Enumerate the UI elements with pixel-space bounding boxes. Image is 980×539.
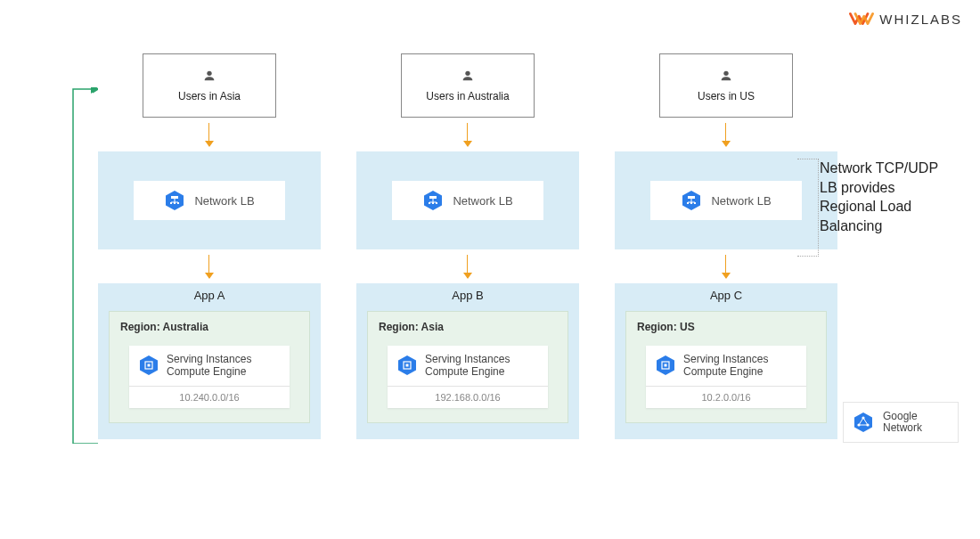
annotation-bracket (797, 159, 819, 257)
app-container: App A Region: Australia Serving Instance… (98, 283, 321, 439)
region-label: Region: US (637, 321, 815, 333)
users-box: Users in US (659, 53, 793, 118)
brand-mark-icon (849, 11, 874, 27)
svg-point-12 (465, 71, 470, 76)
feedback-arrow (71, 87, 98, 444)
arrow-icon (725, 255, 727, 278)
app-container: App B Region: Asia Serving Instances Com… (356, 283, 579, 439)
serving-line2: Compute Engine (683, 365, 763, 378)
users-box: Users in Asia (143, 53, 276, 118)
svg-rect-25 (688, 196, 695, 199)
google-network-icon (853, 412, 874, 433)
compute-engine-icon (138, 355, 159, 376)
arrow-icon (208, 123, 210, 146)
region-box: Region: US Serving Instances Compute Eng… (625, 311, 827, 423)
users-label: Users in Asia (178, 90, 241, 102)
svg-marker-34 (854, 412, 872, 432)
compute-engine-icon (655, 355, 676, 376)
column-australia: Users in Australia Network LB App B Regi… (356, 53, 579, 439)
column-asia: Users in Asia Network LB App A Region: A… (98, 53, 321, 439)
app-container: App C Region: US Serving Instances Compu… (615, 283, 837, 439)
app-title: App A (109, 289, 310, 302)
svg-rect-14 (429, 196, 437, 199)
arrow-icon (467, 255, 469, 278)
serving-line1: Serving Instances (425, 353, 510, 365)
serving-line1: Serving Instances (683, 353, 768, 365)
lb-container: Network LB (356, 151, 579, 249)
svg-rect-22 (406, 364, 409, 367)
region-box: Region: Australia Serving Instances Comp… (109, 311, 310, 423)
app-title: App C (625, 289, 827, 302)
region-label: Region: Asia (379, 321, 557, 333)
lb-label: Network LB (453, 194, 512, 208)
svg-rect-33 (665, 364, 667, 367)
ip-range: 192.168.0.0/16 (388, 386, 548, 408)
diagram-columns: Users in Asia Network LB App A Region: A… (98, 53, 837, 439)
network-lb-box: Network LB (392, 181, 543, 220)
ip-range: 10.2.0.0/16 (646, 386, 806, 408)
region-label: Region: Australia (120, 321, 298, 333)
legend-label: Google Network (883, 411, 949, 434)
load-balancer-icon (422, 190, 444, 211)
svg-rect-3 (171, 196, 178, 199)
lb-container: Network LB (98, 151, 321, 249)
load-balancer-icon (164, 190, 185, 211)
arrow-icon (208, 255, 210, 278)
network-lb-box: Network LB (650, 181, 802, 220)
legend-google-network: Google Network (843, 402, 959, 443)
region-box: Region: Asia Serving Instances Compute E… (367, 311, 568, 423)
users-label: Users in US (698, 90, 755, 102)
serving-instances-box: Serving Instances Compute Engine 192.168… (388, 346, 548, 408)
users-box: Users in Australia (401, 53, 535, 118)
serving-instances-box: Serving Instances Compute Engine 10.2.0.… (646, 346, 806, 408)
annotation-text: Network TCP/UDP LB provides Regional Loa… (820, 159, 953, 235)
load-balancer-icon (681, 190, 702, 211)
user-icon (719, 69, 733, 86)
svg-point-1 (207, 71, 211, 76)
users-label: Users in Australia (426, 90, 509, 102)
arrow-icon (725, 123, 727, 146)
brand-name: WHIZLABS (879, 12, 962, 27)
serving-line2: Compute Engine (167, 365, 246, 378)
svg-point-23 (723, 71, 728, 76)
serving-instances-box: Serving Instances Compute Engine 10.240.… (129, 346, 290, 408)
lb-label: Network LB (194, 194, 254, 208)
svg-rect-11 (148, 364, 151, 367)
app-title: App B (367, 289, 568, 302)
ip-range: 10.240.0.0/16 (129, 386, 290, 408)
user-icon (461, 69, 475, 86)
lb-label: Network LB (711, 194, 771, 208)
serving-line2: Compute Engine (425, 365, 504, 378)
brand-logo: WHIZLABS (849, 11, 962, 27)
network-lb-box: Network LB (134, 181, 285, 220)
svg-marker-0 (91, 87, 98, 94)
arrow-icon (467, 123, 469, 146)
serving-line1: Serving Instances (167, 353, 251, 365)
compute-engine-icon (396, 355, 418, 376)
user-icon (202, 69, 216, 86)
